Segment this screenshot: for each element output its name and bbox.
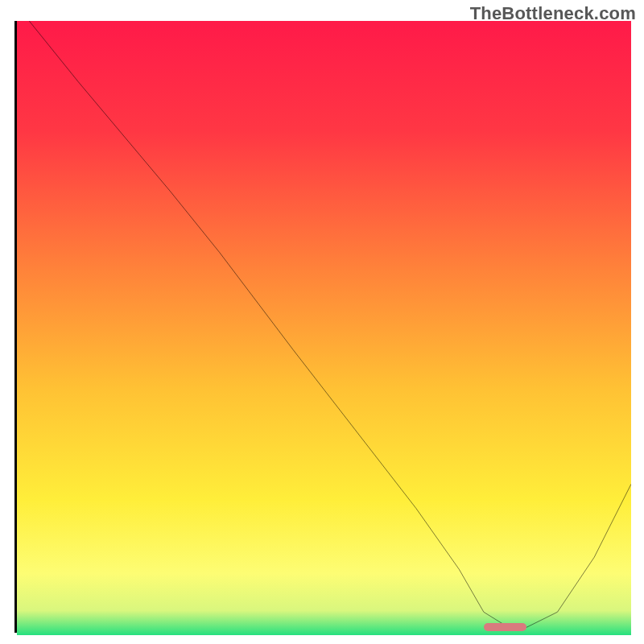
plot-area: [14, 21, 631, 633]
chart-frame: TheBottleneck.com: [0, 0, 644, 644]
bottleneck-curve: [17, 21, 631, 630]
optimal-range-marker: [484, 623, 526, 631]
